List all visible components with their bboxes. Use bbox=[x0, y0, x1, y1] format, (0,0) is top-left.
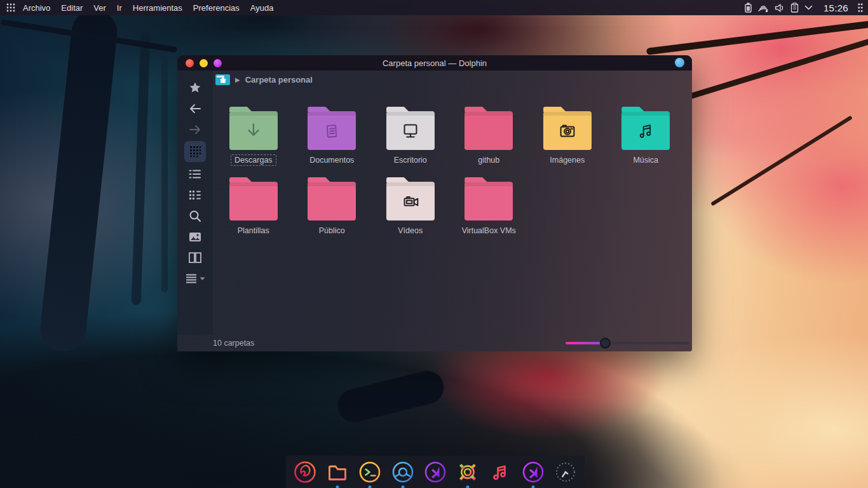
app-launcher-grid-icon[interactable] bbox=[0, 0, 22, 15]
volume-icon[interactable] bbox=[775, 3, 785, 13]
titlebar-status-dot[interactable] bbox=[675, 58, 684, 67]
running-indicator bbox=[401, 485, 404, 488]
folder-grid: Descargas Documentos Escritorio github bbox=[214, 100, 689, 241]
global-menu: Archivo Editar Ver Ir Herramientas Prefe… bbox=[23, 3, 273, 13]
music-player-icon[interactable] bbox=[486, 458, 515, 487]
home-folder-icon[interactable] bbox=[215, 74, 230, 85]
running-indicator bbox=[466, 485, 470, 488]
music-note-icon bbox=[635, 120, 656, 142]
chevron-down-icon[interactable] bbox=[804, 5, 813, 10]
kebab-icon[interactable] bbox=[858, 3, 863, 13]
window-titlebar[interactable]: Carpeta personal — Dolphin bbox=[177, 55, 692, 71]
menu-editar[interactable]: Editar bbox=[61, 3, 83, 13]
back-icon[interactable] bbox=[184, 99, 206, 118]
tool-sidebar bbox=[177, 71, 213, 335]
running-indicator bbox=[336, 485, 339, 488]
clock-icon[interactable] bbox=[551, 458, 580, 487]
folder-virtualbox-vms[interactable]: VirtualBox VMs bbox=[450, 170, 529, 241]
forward-icon[interactable] bbox=[184, 120, 206, 139]
menu-herramientas[interactable]: Herramientas bbox=[133, 3, 182, 13]
folder-icon bbox=[386, 182, 435, 220]
slider-handle[interactable] bbox=[600, 338, 611, 349]
download-arrow-icon bbox=[243, 120, 264, 142]
battery-icon[interactable] bbox=[745, 3, 752, 13]
folder-icon bbox=[229, 182, 278, 220]
bookmarks-star-icon[interactable] bbox=[184, 78, 206, 97]
folder-label: Público bbox=[315, 225, 349, 236]
folder-label: VirtualBox VMs bbox=[458, 225, 520, 236]
folder-label: Escritorio bbox=[390, 154, 431, 166]
monitor-icon bbox=[399, 120, 422, 142]
wallpaper-fallen-log bbox=[334, 367, 447, 426]
breadcrumb-path[interactable]: Carpeta personal bbox=[245, 75, 313, 85]
folder-label: Descargas bbox=[231, 154, 276, 166]
zoom-slider[interactable] bbox=[566, 338, 689, 348]
folder-escritorio[interactable]: Escritorio bbox=[371, 100, 450, 170]
menu-ver[interactable]: Ver bbox=[93, 3, 106, 13]
icons-view-icon[interactable] bbox=[184, 141, 206, 162]
search-icon[interactable] bbox=[184, 207, 206, 225]
list-view-icon[interactable] bbox=[184, 165, 206, 183]
folder-label: Música bbox=[629, 154, 662, 166]
running-indicator bbox=[369, 485, 372, 488]
clock-time[interactable]: 15:26 bbox=[824, 3, 848, 13]
folder-label: Vídeos bbox=[394, 225, 426, 236]
dolphin-window: Carpeta personal — Dolphin ▶ Carpeta per… bbox=[177, 55, 692, 351]
folder-icon bbox=[543, 111, 592, 150]
firefox-icon[interactable] bbox=[290, 458, 320, 487]
folder-icon bbox=[465, 111, 513, 150]
running-indicator bbox=[531, 485, 534, 488]
hamburger-menu-icon[interactable] bbox=[184, 269, 206, 288]
status-bar: 10 carpetas bbox=[177, 335, 692, 351]
folder-icon bbox=[465, 182, 513, 220]
document-icon bbox=[321, 120, 342, 142]
chromium-icon[interactable] bbox=[388, 458, 417, 487]
terminal-icon[interactable] bbox=[355, 458, 384, 487]
items-count: 10 carpetas bbox=[213, 339, 254, 348]
location-breadcrumb: ▶ Carpeta personal bbox=[213, 71, 692, 88]
folder-github[interactable]: github bbox=[450, 100, 529, 170]
folder-label: github bbox=[474, 154, 503, 166]
window-title: Carpeta personal — Dolphin bbox=[177, 58, 692, 68]
caret-down-icon bbox=[200, 277, 205, 281]
menu-ayuda[interactable]: Ayuda bbox=[250, 3, 274, 13]
menu-archivo[interactable]: Archivo bbox=[23, 3, 50, 13]
slider-track[interactable] bbox=[566, 342, 689, 344]
folder-icon bbox=[621, 111, 670, 150]
vscode-insiders-icon[interactable] bbox=[519, 458, 548, 487]
wallpaper-tree-trunk bbox=[38, 8, 119, 354]
settings-gear-icon[interactable] bbox=[453, 458, 482, 487]
compact-view-icon[interactable] bbox=[184, 186, 206, 204]
menu-ir[interactable]: Ir bbox=[117, 3, 122, 13]
wallpaper-branch bbox=[710, 116, 853, 207]
folder-videos[interactable]: Vídeos bbox=[371, 170, 450, 241]
file-manager-icon[interactable] bbox=[323, 458, 352, 487]
breadcrumb-arrow-icon: ▶ bbox=[235, 76, 240, 83]
wallpaper-tree-trunk bbox=[161, 44, 168, 292]
video-camera-icon bbox=[399, 191, 422, 212]
preview-panel-icon[interactable] bbox=[184, 227, 206, 246]
top-panel: Archivo Editar Ver Ir Herramientas Prefe… bbox=[0, 0, 868, 15]
dock bbox=[286, 456, 585, 488]
folder-publico[interactable]: Público bbox=[293, 170, 372, 241]
camera-icon bbox=[556, 120, 579, 142]
desktop: Archivo Editar Ver Ir Herramientas Prefe… bbox=[0, 0, 868, 488]
folder-icon bbox=[229, 111, 278, 150]
folder-descargas[interactable]: Descargas bbox=[214, 100, 293, 170]
split-view-icon[interactable] bbox=[184, 248, 206, 267]
folder-icon bbox=[308, 111, 356, 150]
folder-label: Imágenes bbox=[546, 154, 588, 166]
folder-label: Documentos bbox=[306, 154, 358, 166]
folder-plantillas[interactable]: Plantillas bbox=[214, 170, 293, 241]
network-icon[interactable] bbox=[757, 3, 769, 13]
wallpaper-tree-trunk bbox=[132, 32, 151, 305]
folder-documentos[interactable]: Documentos bbox=[293, 100, 372, 170]
folder-musica[interactable]: Música bbox=[607, 100, 686, 170]
folder-label: Plantillas bbox=[234, 225, 273, 236]
folder-icon bbox=[308, 182, 356, 220]
menu-preferencias[interactable]: Preferencias bbox=[193, 3, 240, 13]
clipboard-icon[interactable] bbox=[790, 3, 799, 13]
folder-imagenes[interactable]: Imágenes bbox=[528, 100, 607, 170]
vscode-icon[interactable] bbox=[421, 458, 450, 487]
folder-icon bbox=[386, 111, 435, 150]
